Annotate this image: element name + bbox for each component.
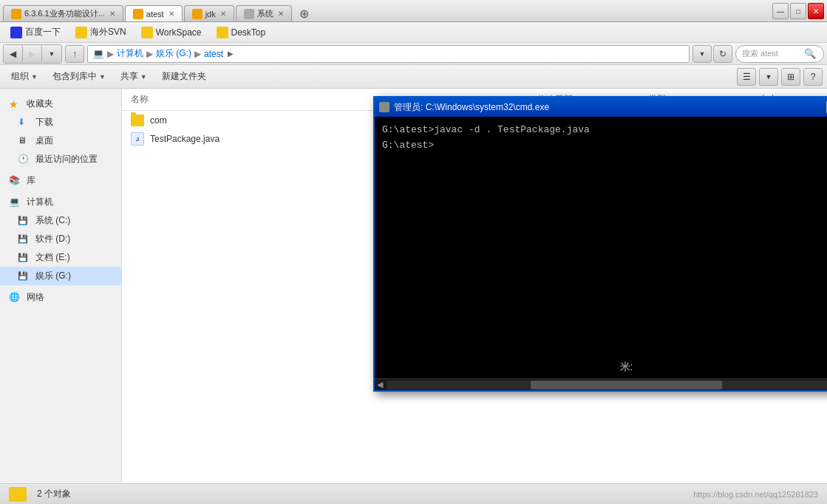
sidebar-network-section: 网络: [0, 288, 121, 307]
new-folder-button[interactable]: 新建文件夹: [155, 67, 213, 86]
sidebar-computer-header[interactable]: 计算机: [0, 193, 121, 211]
sidebar-network-label: 网络: [27, 291, 44, 304]
tab-1-icon: [11, 9, 21, 19]
sidebar-recent-label: 最近访问的位置: [35, 153, 98, 166]
sidebar-network-header[interactable]: 网络: [0, 288, 121, 307]
tab-2-close[interactable]: ✕: [169, 10, 174, 18]
addr-dropdown-button[interactable]: ▼: [692, 45, 712, 63]
close-button[interactable]: ✕: [808, 3, 824, 19]
toolbar-right: ☰ ▼ ⊞ ?: [737, 68, 823, 86]
folder-icon-svn: [75, 27, 87, 38]
bc-sep-2: ▶: [146, 49, 153, 59]
breadcrumb-drive[interactable]: 娱乐 (G:): [156, 47, 191, 60]
sidebar-item-g[interactable]: 娱乐 (G:): [0, 267, 121, 285]
sidebar-item-e[interactable]: 文档 (E:): [0, 248, 121, 267]
sidebar-c-label: 系统 (C:): [35, 214, 70, 227]
file-label-testpackage: TestPackage.java: [150, 134, 219, 144]
fav-baidu[interactable]: 百度一下: [4, 24, 67, 40]
favorites-bar: 百度一下 海外SVN WorkSpace DeskTop: [0, 22, 827, 43]
sidebar-item-d[interactable]: 软件 (D:): [0, 230, 121, 248]
cmd-title: 管理员: C:\Windows\system32\cmd.exe: [394, 101, 822, 114]
view-dropdown-button[interactable]: ▼: [759, 68, 778, 86]
tab-1-close[interactable]: ✕: [109, 10, 115, 18]
tab-2[interactable]: atest ✕: [125, 5, 183, 21]
up-button[interactable]: ↑: [65, 45, 84, 63]
sidebar-library-label: 库: [27, 174, 35, 187]
tab-3-close[interactable]: ✕: [220, 10, 226, 18]
cmd-hscroll-thumb: [531, 381, 723, 389]
folder-icon-workspace: [141, 27, 153, 38]
organize-label: 组织: [11, 70, 29, 83]
sidebar-favorites-section: 收藏夹 下载 桌面 最近访问的位置: [0, 95, 121, 168]
sidebar-item-c[interactable]: 系统 (C:): [0, 211, 121, 230]
details-pane-button[interactable]: ⊞: [781, 68, 800, 86]
back-button[interactable]: ◀: [4, 45, 23, 63]
cmd-line-1: G:\atest>javac -d . TestPackage.java: [382, 123, 827, 138]
view-options-button[interactable]: ☰: [737, 68, 756, 86]
bc-sep-3: ▶: [194, 49, 201, 59]
breadcrumb-dropdown[interactable]: ▶: [228, 50, 234, 58]
sidebar-favorites-label: 收藏夹: [27, 98, 53, 110]
sidebar-d-label: 软件 (D:): [35, 233, 70, 245]
cmd-hscroll[interactable]: [387, 381, 827, 389]
organize-button[interactable]: 组织 ▼: [4, 67, 44, 86]
library-icon: [9, 175, 22, 187]
download-icon: [18, 117, 31, 129]
computer-icon: 💻: [92, 48, 104, 59]
tab-3[interactable]: jdk ✕: [184, 5, 234, 21]
fav-baidu-label: 百度一下: [25, 26, 61, 38]
forward-button[interactable]: ▶: [23, 45, 42, 63]
sidebar-desktop-label: 桌面: [35, 134, 53, 147]
fav-svn[interactable]: 海外SVN: [69, 24, 132, 40]
nav-dropdown-button[interactable]: ▼: [42, 45, 61, 63]
breadcrumb-folder[interactable]: atest: [204, 49, 223, 59]
search-input[interactable]: [742, 50, 801, 58]
tab-1[interactable]: 6.3.6.1业务功能设计... ✕: [3, 5, 123, 21]
cmd-bottom-text: 米:: [620, 361, 633, 374]
fav-svn-label: 海外SVN: [90, 26, 126, 38]
tab-4-close[interactable]: ✕: [278, 10, 284, 18]
breadcrumb-computer[interactable]: 计算机: [117, 47, 143, 60]
status-bar: 2 个对象 https://blog.csdn.net/qq125281823: [0, 483, 827, 504]
drive-e-icon: [18, 252, 31, 264]
share-button[interactable]: 共享 ▼: [114, 67, 154, 86]
new-tab-button[interactable]: ⊕: [293, 5, 315, 21]
include-library-button[interactable]: 包含到库中 ▼: [46, 67, 112, 86]
sidebar-favorites-header[interactable]: 收藏夹: [0, 95, 121, 113]
maximize-button[interactable]: □: [790, 3, 806, 19]
cmd-line-2: G:\atest>: [382, 138, 827, 154]
cmd-content[interactable]: G:\atest>javac -d . TestPackage.java G:\…: [375, 117, 827, 378]
tab-4-icon: [244, 9, 254, 19]
fav-workspace[interactable]: WorkSpace: [135, 25, 208, 40]
share-arrow: ▼: [140, 73, 147, 81]
status-info: 2 个对象: [9, 487, 71, 502]
drive-g-icon: [18, 270, 31, 282]
breadcrumb[interactable]: 💻 ▶ 计算机 ▶ 娱乐 (G:) ▶ atest ▶: [87, 45, 690, 63]
content-area: 名称 修改日期 类型 大小 com 2020-08-23 16:55 文件夹 J…: [122, 89, 827, 483]
java-icon-testpackage: J: [131, 132, 144, 146]
refresh-button[interactable]: ↻: [713, 45, 732, 63]
help-button[interactable]: ?: [803, 68, 823, 86]
sidebar-item-desktop[interactable]: 桌面: [0, 132, 121, 150]
status-folder-icon: [9, 487, 27, 502]
tab-4-label: 系统: [257, 8, 273, 19]
fav-desktop[interactable]: DeskTop: [211, 25, 272, 40]
sidebar-item-download[interactable]: 下载: [0, 113, 121, 132]
tab-3-icon: [192, 9, 203, 19]
tab-4[interactable]: 系统 ✕: [236, 5, 292, 21]
sidebar-library-header[interactable]: 库: [0, 171, 121, 190]
recent-icon: [18, 154, 31, 166]
include-library-label: 包含到库中: [52, 70, 97, 83]
baidu-icon: [10, 27, 22, 38]
address-bar: ◀ ▶ ▼ ↑ 💻 ▶ 计算机 ▶ 娱乐 (G:) ▶ atest ▶ ▼ ↻ …: [0, 43, 827, 65]
network-icon: [9, 292, 22, 304]
sidebar-computer-section: 计算机 系统 (C:) 软件 (D:) 文档 (E:) 娱乐 (G:): [0, 193, 121, 285]
hscroll-left[interactable]: ◀: [375, 380, 385, 389]
minimize-button[interactable]: —: [772, 3, 789, 19]
sidebar-library-section: 库: [0, 171, 121, 190]
organize-arrow: ▼: [31, 73, 38, 81]
folder-icon-com: [131, 115, 144, 126]
search-box[interactable]: 🔍: [735, 45, 824, 63]
sidebar-e-label: 文档 (E:): [35, 251, 70, 264]
sidebar-item-recent[interactable]: 最近访问的位置: [0, 150, 121, 168]
